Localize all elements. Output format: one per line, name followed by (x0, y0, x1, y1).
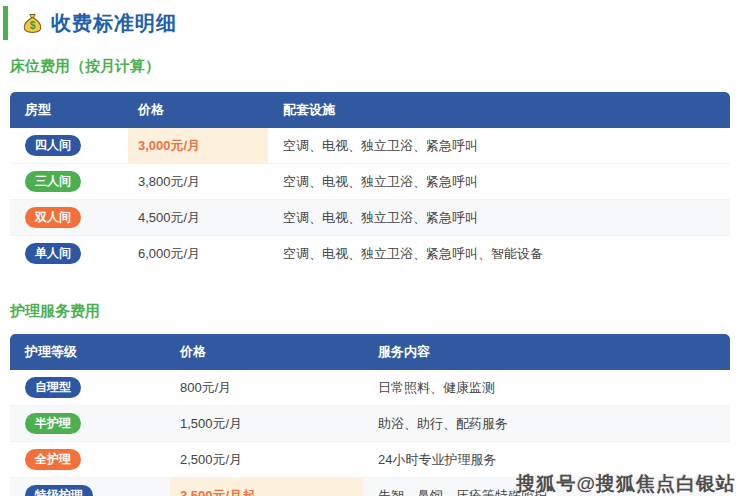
svg-text:$: $ (30, 20, 36, 31)
price-cell: 6,000元/月 (128, 236, 268, 272)
room-type-badge: 四人间 (25, 135, 81, 156)
care-level-badge: 自理型 (25, 377, 81, 398)
table-header-row: 房型 价格 配套设施 (10, 92, 730, 128)
price-cell: 3,000元/月 (128, 128, 268, 164)
facilities-cell: 空调、电视、独立卫浴、紧急呼叫、智能设备 (268, 236, 730, 272)
care-level-badge: 全护理 (25, 449, 81, 470)
column-header-price: 价格 (128, 92, 268, 128)
column-header-care-level: 护理等级 (10, 334, 170, 370)
table-row: 自理型 800元/月 日常照料、健康监测 (10, 370, 730, 406)
services-cell: 日常照料、健康监测 (363, 370, 730, 406)
price-cell: 2,500元/月 (170, 442, 363, 478)
facilities-cell: 空调、电视、独立卫浴、紧急呼叫 (268, 164, 730, 200)
page-title-bar: $ 收费标准明细 (3, 6, 740, 40)
table-row: 半护理 1,500元/月 助浴、助行、配药服务 (10, 406, 730, 442)
fee-detail-page: $ 收费标准明细 床位费用（按月计算） 房型 价格 配套设施 四人间 3,000… (0, 6, 740, 496)
money-bag-icon: $ (21, 12, 44, 35)
room-type-badge: 单人间 (25, 243, 81, 264)
price-cell: 4,500元/月 (128, 200, 268, 236)
page-title: 收费标准明细 (51, 10, 177, 37)
price-cell: 800元/月 (170, 370, 363, 406)
table-row: 三人间 3,800元/月 空调、电视、独立卫浴、紧急呼叫 (10, 164, 730, 200)
facilities-cell: 空调、电视、独立卫浴、紧急呼叫 (268, 128, 730, 164)
column-header-services: 服务内容 (363, 334, 730, 370)
care-level-badge: 半护理 (25, 413, 81, 434)
column-header-price: 价格 (170, 334, 363, 370)
table-row: 四人间 3,000元/月 空调、电视、独立卫浴、紧急呼叫 (10, 128, 730, 164)
price-cell: 1,500元/月 (170, 406, 363, 442)
table-row: 双人间 4,500元/月 空调、电视、独立卫浴、紧急呼叫 (10, 200, 730, 236)
price-cell: 3,500元/月起 (170, 478, 363, 496)
sohu-watermark: 搜狐号@搜狐焦点白银站 (516, 471, 736, 496)
room-type-badge: 双人间 (25, 207, 81, 228)
care-level-badge: 特级护理 (25, 485, 93, 496)
price-cell: 3,800元/月 (128, 164, 268, 200)
column-header-room-type: 房型 (10, 92, 128, 128)
facilities-cell: 空调、电视、独立卫浴、紧急呼叫 (268, 200, 730, 236)
table-header-row: 护理等级 价格 服务内容 (10, 334, 730, 370)
bed-fee-table: 房型 价格 配套设施 四人间 3,000元/月 空调、电视、独立卫浴、紧急呼叫 … (10, 92, 730, 272)
room-type-badge: 三人间 (25, 171, 81, 192)
column-header-facilities: 配套设施 (268, 92, 730, 128)
section-heading-care-fees: 护理服务费用 (10, 302, 740, 321)
services-cell: 助浴、助行、配药服务 (363, 406, 730, 442)
table-row: 单人间 6,000元/月 空调、电视、独立卫浴、紧急呼叫、智能设备 (10, 236, 730, 272)
section-heading-bed-fees: 床位费用（按月计算） (10, 57, 740, 76)
